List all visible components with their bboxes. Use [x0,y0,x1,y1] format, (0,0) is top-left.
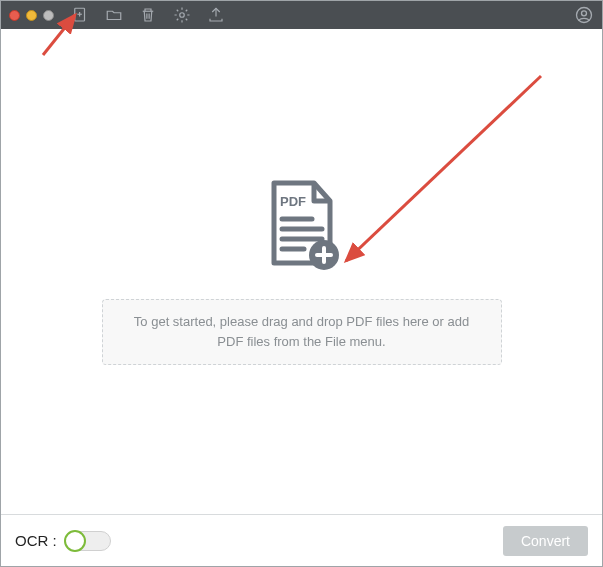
footer: OCR : Convert [1,514,602,566]
add-file-icon [71,6,89,24]
app-window: PDF To get started, please drag and drop… [0,0,603,567]
main-area: PDF To get started, please drag and drop… [1,29,602,514]
pdf-add-illustration[interactable]: PDF [260,179,344,277]
ocr-toggle-knob [64,530,86,552]
user-icon [574,5,594,25]
ocr-label: OCR : [15,532,57,549]
dropzone-text: To get started, please drag and drop PDF… [127,312,477,351]
svg-point-5 [180,13,185,18]
window-traffic-lights [9,10,54,21]
upload-icon [207,6,225,24]
trash-icon [139,6,157,24]
close-window-button[interactable] [9,10,20,21]
account-button[interactable] [574,5,594,25]
convert-button[interactable]: Convert [503,526,588,556]
titlebar [1,1,602,29]
pdf-badge-text: PDF [280,194,306,209]
svg-point-7 [582,11,587,16]
toolbar-icons [70,5,226,25]
folder-icon [105,6,123,24]
gear-icon [173,6,191,24]
ocr-toggle[interactable] [65,531,111,551]
export-button[interactable] [206,5,226,25]
minimize-window-button[interactable] [26,10,37,21]
add-file-button[interactable] [70,5,90,25]
delete-button[interactable] [138,5,158,25]
settings-button[interactable] [172,5,192,25]
open-folder-button[interactable] [104,5,124,25]
dropzone[interactable]: To get started, please drag and drop PDF… [102,299,502,365]
zoom-window-button[interactable] [43,10,54,21]
